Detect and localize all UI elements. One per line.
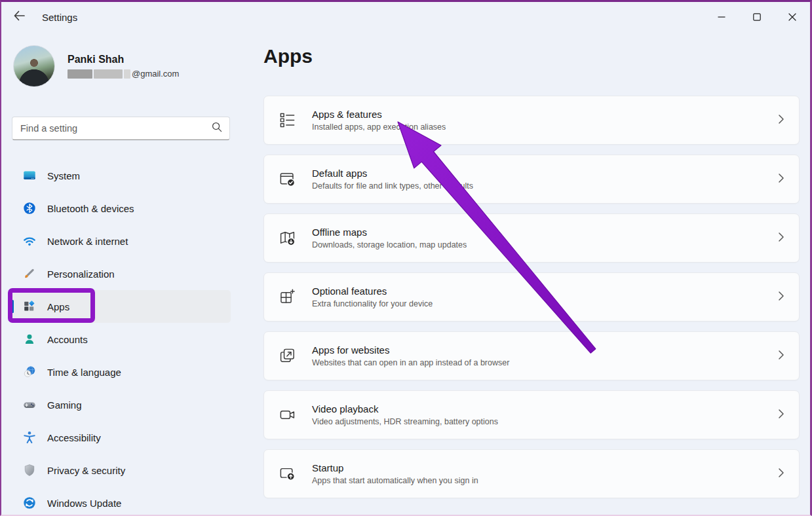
- profile-name: Panki Shah: [68, 54, 179, 65]
- sidebar-item-privacy-security[interactable]: Privacy & security: [12, 454, 231, 487]
- accessibility-person-icon: [22, 430, 37, 445]
- sidebar-item-accounts[interactable]: Accounts: [12, 323, 231, 356]
- back-arrow-icon: [12, 9, 26, 25]
- card-offline-maps[interactable]: Offline maps Downloads, storage location…: [263, 213, 800, 263]
- sidebar-item-personalization[interactable]: Personalization: [12, 257, 231, 290]
- chevron-right-icon: [778, 114, 784, 127]
- card-title: Video playback: [312, 403, 498, 415]
- card-apps-for-websites[interactable]: Apps for websites Websites that can open…: [263, 331, 800, 380]
- card-subtitle: Apps that start automatically when you s…: [312, 476, 478, 485]
- sidebar-nav: System Bluetooth & devices Network & int…: [1, 159, 250, 516]
- sidebar-item-system[interactable]: System: [12, 159, 231, 192]
- sidebar-item-gaming[interactable]: Gaming: [12, 388, 231, 421]
- card-title: Apps & features: [312, 109, 446, 120]
- card-optional-features[interactable]: Optional features Extra functionality fo…: [263, 272, 800, 322]
- sidebar-item-label: Privacy & security: [47, 465, 125, 476]
- sidebar: Panki Shah @gmail.com System: [1, 32, 250, 515]
- chevron-right-icon: [778, 291, 784, 304]
- gaming-controller-icon: [22, 397, 37, 412]
- sidebar-item-label: Apps: [47, 301, 69, 312]
- system-icon: [22, 168, 37, 183]
- minimize-icon: [718, 13, 725, 21]
- chevron-right-icon: [778, 173, 784, 186]
- chevron-right-icon: [778, 468, 784, 481]
- time-language-icon: [22, 365, 37, 379]
- settings-card-list: Apps & features Installed apps, app exec…: [263, 96, 800, 508]
- accounts-person-icon: [22, 332, 37, 346]
- email-redaction-block: [94, 69, 123, 79]
- avatar: [13, 45, 55, 87]
- sidebar-item-time-language[interactable]: Time & language: [12, 356, 231, 388]
- card-apps-and-features[interactable]: Apps & features Installed apps, app exec…: [263, 96, 800, 145]
- network-wifi-icon: [22, 234, 37, 248]
- card-title: Default apps: [312, 168, 473, 179]
- titlebar: Settings: [1, 2, 810, 32]
- startup-icon: [279, 465, 296, 483]
- profile-email: @gmail.com: [68, 69, 179, 79]
- apps-icon: [22, 299, 37, 314]
- email-redaction-block: [124, 69, 130, 79]
- card-subtitle: Video adjustments, HDR streaming, batter…: [312, 417, 498, 426]
- search-box[interactable]: [12, 117, 230, 140]
- offline-maps-icon: [279, 229, 296, 247]
- card-video-playback[interactable]: Video playback Video adjustments, HDR st…: [263, 390, 800, 439]
- maximize-button[interactable]: [739, 2, 775, 32]
- video-playback-icon: [279, 406, 296, 424]
- window-title: Settings: [42, 2, 77, 32]
- sidebar-item-accessibility[interactable]: Accessibility: [12, 421, 231, 454]
- email-redaction-block: [68, 69, 92, 79]
- card-title: Startup: [312, 462, 478, 473]
- card-title: Offline maps: [312, 227, 467, 238]
- card-title: Apps for websites: [312, 344, 509, 356]
- sidebar-item-label: Accounts: [47, 334, 88, 345]
- sidebar-item-windows-update[interactable]: Windows Update: [12, 487, 231, 516]
- settings-window: Settings Panki Shah @gmail.com: [0, 0, 812, 516]
- page-title: Apps: [263, 45, 313, 67]
- card-subtitle: Extra functionality for your device: [312, 299, 433, 308]
- card-subtitle: Downloads, storage location, map updates: [312, 240, 467, 249]
- default-apps-icon: [279, 170, 296, 188]
- selected-indicator: [12, 300, 14, 313]
- apps-for-websites-icon: [279, 347, 296, 365]
- windows-update-icon: [22, 496, 37, 510]
- privacy-shield-icon: [22, 463, 37, 477]
- bluetooth-icon: [22, 201, 37, 215]
- close-icon: [788, 13, 796, 21]
- chevron-right-icon: [778, 350, 784, 363]
- card-title: Optional features: [312, 286, 433, 297]
- chevron-right-icon: [778, 409, 784, 422]
- personalization-brush-icon: [22, 267, 37, 281]
- close-button[interactable]: [775, 2, 810, 32]
- maximize-icon: [753, 13, 761, 21]
- sidebar-item-label: Gaming: [47, 399, 82, 411]
- sidebar-item-label: Network & internet: [47, 236, 128, 247]
- card-subtitle: Installed apps, app execution aliases: [312, 122, 446, 132]
- sidebar-item-bluetooth-devices[interactable]: Bluetooth & devices: [12, 192, 231, 225]
- back-button[interactable]: [8, 7, 30, 28]
- search-icon: [211, 121, 223, 136]
- optional-features-icon: [279, 288, 296, 306]
- search-input[interactable]: [20, 123, 211, 134]
- apps-features-icon: [279, 111, 296, 129]
- minimize-button[interactable]: [704, 2, 739, 32]
- sidebar-item-label: Accessibility: [47, 432, 101, 443]
- profile-section[interactable]: Panki Shah @gmail.com: [13, 45, 179, 87]
- email-suffix: @gmail.com: [132, 69, 179, 79]
- sidebar-item-label: Bluetooth & devices: [47, 203, 134, 214]
- card-startup[interactable]: Startup Apps that start automatically wh…: [263, 449, 800, 498]
- card-default-apps[interactable]: Default apps Defaults for file and link …: [263, 155, 800, 204]
- chevron-right-icon: [778, 232, 784, 245]
- sidebar-item-label: System: [47, 170, 80, 181]
- card-subtitle: Defaults for file and link types, other …: [312, 181, 473, 191]
- sidebar-item-label: Windows Update: [47, 498, 121, 509]
- sidebar-item-label: Time & language: [47, 367, 121, 378]
- card-subtitle: Websites that can open in an app instead…: [312, 358, 509, 367]
- sidebar-item-network-internet[interactable]: Network & internet: [12, 225, 231, 257]
- sidebar-item-apps[interactable]: Apps: [12, 290, 231, 323]
- sidebar-item-label: Personalization: [47, 268, 115, 280]
- window-controls: [704, 2, 810, 32]
